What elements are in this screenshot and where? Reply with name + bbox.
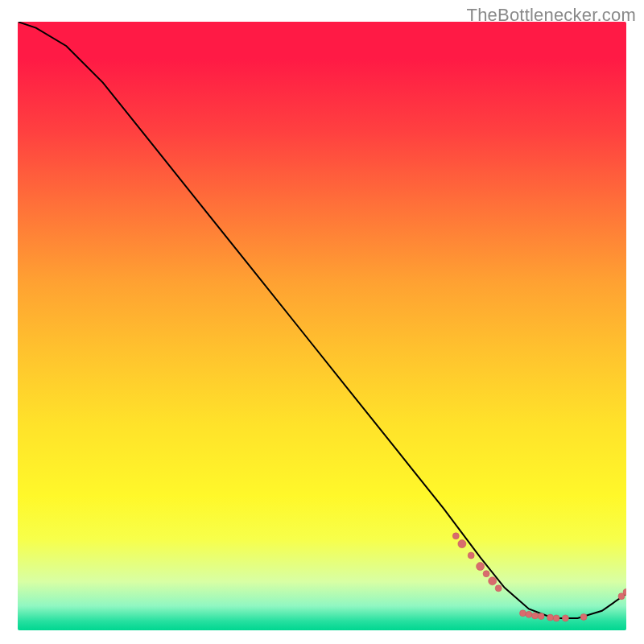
curve-layer [18,22,626,630]
curve-marker [468,552,474,559]
curve-path [18,22,626,618]
chart-root: TheBottlenecker.com [0,0,644,644]
curve-marker [477,563,485,571]
curve-marker [538,613,544,620]
curve-marker [553,615,559,621]
curve-marker [489,577,497,585]
curve-marker [452,533,459,539]
curve-markers [452,533,626,621]
curve-marker [562,615,568,621]
plot-area [18,22,626,630]
curve-marker [458,540,466,548]
curve-marker [547,614,554,621]
curve-marker [520,610,526,617]
curve-marker [580,613,587,620]
curve-marker [483,571,489,577]
curve-marker [526,611,532,617]
curve-marker [532,613,539,619]
curve-marker [495,585,502,592]
